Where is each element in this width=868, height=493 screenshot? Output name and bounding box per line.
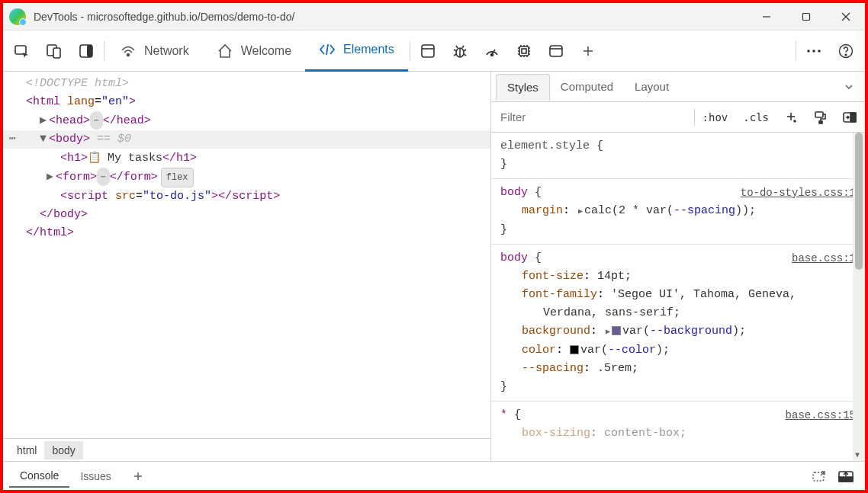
computed-toggle-icon[interactable] bbox=[834, 102, 865, 132]
rule-element-style[interactable]: element.style { } bbox=[491, 133, 865, 179]
maximize-button[interactable] bbox=[799, 10, 813, 24]
device-toolbar-icon[interactable] bbox=[38, 30, 70, 72]
tab-welcome[interactable]: Welcome bbox=[203, 30, 305, 72]
breadcrumbs: html body bbox=[3, 438, 490, 461]
svg-rect-4 bbox=[15, 46, 26, 54]
add-tab-icon[interactable] bbox=[572, 30, 604, 72]
drawer-tab-issues[interactable]: Issues bbox=[69, 466, 121, 487]
color-swatch-icon[interactable] bbox=[570, 345, 579, 354]
svg-rect-8 bbox=[87, 45, 92, 57]
svg-rect-1 bbox=[803, 13, 810, 20]
drawer: Console Issues bbox=[3, 461, 865, 490]
memory-icon[interactable] bbox=[508, 30, 540, 72]
browser-icon[interactable] bbox=[540, 30, 572, 72]
sources-bug-icon[interactable] bbox=[444, 30, 476, 72]
svg-point-37 bbox=[818, 50, 821, 53]
minimize-button[interactable] bbox=[760, 10, 773, 24]
source-link[interactable]: base.css:15 bbox=[786, 406, 856, 424]
svg-rect-43 bbox=[815, 112, 823, 117]
svg-rect-46 bbox=[850, 113, 856, 122]
svg-point-35 bbox=[807, 50, 810, 53]
svg-rect-18 bbox=[522, 49, 526, 53]
crumb-body[interactable]: body bbox=[44, 441, 82, 459]
svg-rect-51 bbox=[839, 477, 853, 482]
tab-elements[interactable]: Elements bbox=[305, 30, 408, 72]
tab-network-label: Network bbox=[144, 44, 189, 58]
drawer-collapse-icon[interactable] bbox=[837, 469, 854, 483]
styles-tab-computed[interactable]: Computed bbox=[550, 74, 624, 99]
styles-panel: Styles Computed Layout :hov .cls element… bbox=[490, 72, 865, 461]
elements-icon bbox=[319, 41, 336, 58]
inspect-element-icon[interactable] bbox=[6, 30, 38, 72]
svg-point-9 bbox=[127, 53, 130, 56]
styles-filter-input[interactable] bbox=[491, 102, 694, 132]
tab-network[interactable]: Network bbox=[106, 30, 203, 72]
color-swatch-icon[interactable] bbox=[612, 326, 621, 335]
window-title: DevTools - microsoftedge.github.io/Demos… bbox=[34, 11, 294, 23]
tab-welcome-label: Welcome bbox=[241, 44, 291, 58]
rule-star[interactable]: * {base.css:15 box-sizing: content-box; bbox=[491, 402, 865, 447]
add-drawer-tab-icon[interactable] bbox=[122, 471, 154, 482]
selected-node-body[interactable]: ▼<body> == $0 bbox=[3, 130, 490, 149]
svg-point-36 bbox=[812, 50, 815, 53]
tab-elements-label: Elements bbox=[343, 43, 394, 56]
titlebar: DevTools - microsoftedge.github.io/Demos… bbox=[3, 3, 865, 30]
drawer-tab-console[interactable]: Console bbox=[9, 465, 69, 488]
svg-line-10 bbox=[326, 44, 328, 55]
hov-toggle[interactable]: :hov bbox=[695, 102, 736, 132]
devtools-app-icon bbox=[9, 8, 26, 25]
source-link[interactable]: to-do-styles.css:1 bbox=[741, 184, 856, 202]
performance-icon[interactable] bbox=[476, 30, 508, 72]
more-options-icon[interactable] bbox=[798, 30, 830, 72]
wifi-icon bbox=[120, 43, 137, 59]
svg-rect-6 bbox=[53, 48, 60, 58]
svg-point-42 bbox=[794, 120, 796, 122]
styles-tab-layout[interactable]: Layout bbox=[624, 74, 680, 99]
rule-body-2[interactable]: body {base.css:1 font-size: 14pt; font-f… bbox=[491, 245, 865, 402]
flex-badge[interactable]: flex bbox=[161, 168, 194, 187]
svg-rect-44 bbox=[819, 121, 822, 123]
styles-scrollbar[interactable]: ▼ bbox=[853, 133, 865, 461]
svg-rect-31 bbox=[550, 46, 562, 56]
source-link[interactable]: base.css:1 bbox=[792, 249, 856, 267]
paint-icon[interactable] bbox=[805, 102, 834, 132]
rule-body-1[interactable]: body {to-do-styles.css:1 margin: ▶calc(2… bbox=[491, 179, 865, 245]
styles-tab-styles[interactable]: Styles bbox=[496, 74, 550, 101]
home-icon bbox=[217, 43, 233, 59]
chevron-down-icon[interactable] bbox=[837, 82, 860, 92]
drawer-expand-icon[interactable] bbox=[812, 469, 828, 483]
dom-tree[interactable]: <!DOCTYPE html> <html lang="en"> ▶<head>… bbox=[3, 72, 490, 438]
svg-point-39 bbox=[845, 54, 847, 56]
svg-rect-17 bbox=[519, 46, 529, 56]
help-icon[interactable] bbox=[830, 30, 862, 72]
close-button[interactable] bbox=[839, 10, 853, 24]
dock-side-icon[interactable] bbox=[70, 30, 102, 72]
new-style-rule-icon[interactable] bbox=[776, 102, 805, 132]
svg-rect-11 bbox=[422, 45, 434, 57]
application-icon[interactable] bbox=[412, 30, 444, 72]
dom-panel: <!DOCTYPE html> <html lang="en"> ▶<head>… bbox=[3, 72, 490, 461]
svg-point-16 bbox=[490, 53, 493, 56]
crumb-html[interactable]: html bbox=[9, 441, 44, 459]
cls-toggle[interactable]: .cls bbox=[735, 102, 776, 132]
main-toolbar: Network Welcome Elements bbox=[3, 30, 865, 72]
